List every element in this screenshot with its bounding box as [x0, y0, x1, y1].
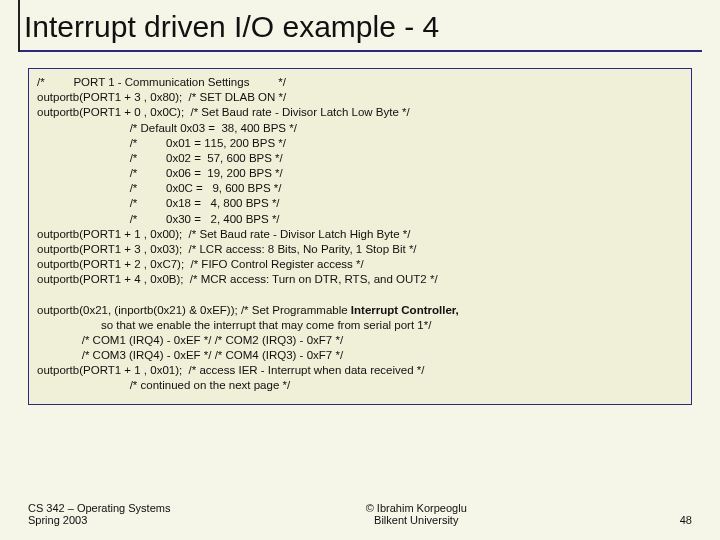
- page-number: 48: [662, 514, 692, 526]
- footer-author: © Ibrahim Korpeoglu: [366, 502, 467, 514]
- footer-term: Spring 2003: [28, 514, 170, 526]
- code-section-2-prefix: outportb(0x21, (inportb(0x21) & 0xEF)); …: [37, 304, 351, 316]
- footer-course: CS 342 – Operating Systems: [28, 502, 170, 514]
- slide-title: Interrupt driven I/O example - 4: [18, 10, 702, 52]
- code-section-2-rest: so that we enable the interrupt that may…: [37, 319, 431, 392]
- code-section-1: /* PORT 1 - Communication Settings */ ou…: [37, 76, 438, 285]
- code-block: /* PORT 1 - Communication Settings */ ou…: [28, 68, 692, 405]
- footer-center: © Ibrahim Korpeoglu Bilkent University: [366, 502, 467, 526]
- footer-university: Bilkent University: [366, 514, 467, 526]
- footer: CS 342 – Operating Systems Spring 2003 ©…: [0, 502, 720, 526]
- footer-left: CS 342 – Operating Systems Spring 2003: [28, 502, 170, 526]
- code-section-2-bold: Interrupt Controller,: [351, 304, 459, 316]
